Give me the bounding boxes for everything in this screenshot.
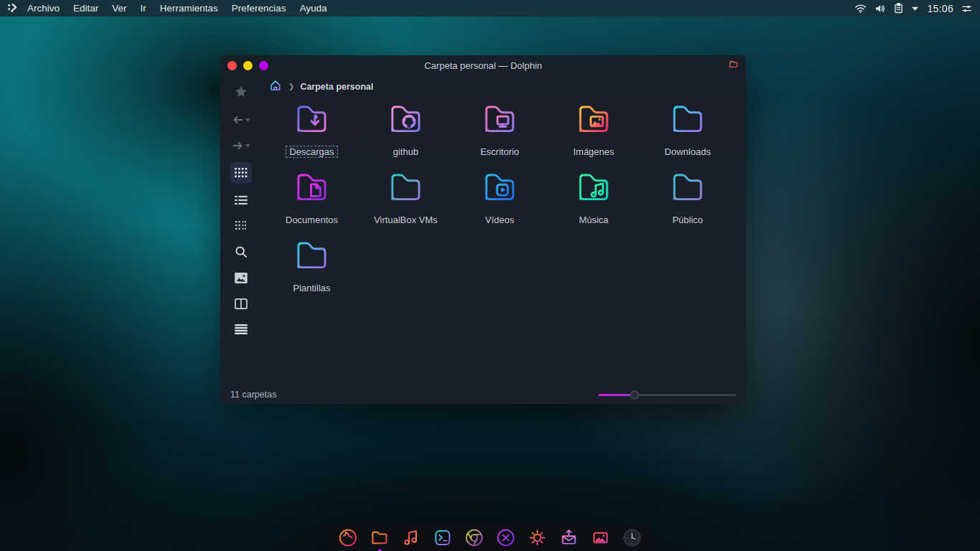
folder-icon bbox=[291, 169, 333, 213]
dock-photos-icon[interactable] bbox=[590, 527, 611, 548]
chevron-down-icon[interactable] bbox=[911, 6, 919, 11]
folder-label: Escritorio bbox=[476, 146, 522, 158]
folder-icon bbox=[667, 100, 709, 145]
window-title: Carpeta personal — Dolphin bbox=[220, 60, 746, 71]
folder-documentos[interactable]: Documentos bbox=[265, 169, 359, 237]
home-icon[interactable] bbox=[268, 78, 283, 95]
folder-icon bbox=[291, 100, 333, 145]
menu-editar[interactable]: Editar bbox=[73, 3, 98, 14]
wifi-icon[interactable] bbox=[854, 4, 867, 14]
folder-label: VirtualBox VMs bbox=[370, 214, 441, 226]
folder-escritorio[interactable]: Escritorio bbox=[453, 100, 547, 169]
folder-icon bbox=[573, 169, 615, 213]
split-view-icon[interactable] bbox=[230, 294, 252, 313]
dock bbox=[327, 524, 654, 551]
dock-firefox-icon[interactable] bbox=[338, 527, 359, 548]
dock-settings-icon[interactable] bbox=[527, 527, 548, 548]
window-folder-icon bbox=[728, 59, 739, 72]
global-menubar: ArchivoEditarVerIrHerramientasPreferenci… bbox=[0, 0, 980, 17]
folder-github[interactable]: github bbox=[359, 100, 453, 169]
titlebar[interactable]: Carpeta personal — Dolphin bbox=[220, 55, 746, 76]
back-button[interactable] bbox=[230, 110, 252, 129]
zoom-slider[interactable] bbox=[598, 390, 736, 400]
compact-view-button[interactable] bbox=[230, 217, 252, 235]
folder-downloads[interactable]: Downloads bbox=[641, 100, 735, 169]
details-view-button[interactable] bbox=[230, 191, 252, 209]
sliders-icon[interactable] bbox=[961, 4, 973, 14]
dock-file-manager-icon[interactable] bbox=[369, 527, 390, 548]
folder-label: Documentos bbox=[282, 214, 341, 226]
folder-m-sica[interactable]: Música bbox=[547, 169, 641, 237]
menu-herramientas[interactable]: Herramientas bbox=[160, 3, 218, 14]
close-button[interactable] bbox=[227, 61, 237, 70]
folder-label: Imágenes bbox=[570, 146, 618, 158]
dock-media-player-icon[interactable] bbox=[496, 527, 517, 548]
folder-icon bbox=[385, 169, 427, 213]
distro-logo-icon[interactable] bbox=[7, 2, 19, 15]
sidebar-toolbar bbox=[220, 76, 261, 385]
clock-text[interactable]: 15:06 bbox=[927, 3, 953, 14]
forward-button[interactable] bbox=[230, 136, 252, 155]
folder-label: Downloads bbox=[661, 146, 714, 158]
folder-icon bbox=[291, 237, 333, 281]
hamburger-menu-icon[interactable] bbox=[230, 320, 252, 339]
dolphin-window: Carpeta personal — Dolphin ❯ Carpeta per… bbox=[220, 55, 746, 404]
folder-label: Descargas bbox=[286, 146, 337, 158]
menu-preferencias[interactable]: Preferencias bbox=[232, 3, 286, 14]
search-icon[interactable] bbox=[230, 242, 252, 261]
breadcrumb-current[interactable]: Carpeta personal bbox=[300, 82, 373, 92]
menu-archivo[interactable]: Archivo bbox=[27, 3, 60, 14]
system-tray: 15:06 bbox=[854, 3, 973, 14]
favorites-star-icon[interactable] bbox=[230, 83, 252, 101]
breadcrumb: ❯ Carpeta personal bbox=[261, 76, 374, 97]
preview-icon[interactable] bbox=[230, 268, 252, 287]
folder-icon bbox=[479, 169, 521, 213]
folder-icon bbox=[667, 169, 709, 213]
dock-chromium-icon[interactable] bbox=[464, 527, 485, 548]
icons-view-button[interactable] bbox=[230, 162, 252, 184]
folder-label: Público bbox=[669, 214, 707, 226]
folder-icon bbox=[479, 100, 521, 145]
volume-icon[interactable] bbox=[875, 4, 886, 14]
folder-p-blico[interactable]: Público bbox=[641, 169, 735, 237]
menu-ir[interactable]: Ir bbox=[141, 3, 146, 14]
folder-descargas[interactable]: Descargas bbox=[265, 100, 359, 169]
breadcrumb-separator-icon: ❯ bbox=[288, 83, 294, 90]
folder-icon bbox=[385, 100, 427, 145]
folder-virtualbox-vms[interactable]: VirtualBox VMs bbox=[359, 169, 453, 237]
folder-label: github bbox=[390, 146, 422, 158]
clipboard-icon[interactable] bbox=[894, 3, 903, 14]
menubar-menus: ArchivoEditarVerIrHerramientasPreferenci… bbox=[27, 3, 327, 14]
status-text: 11 carpetas bbox=[230, 390, 276, 400]
folder-label: Música bbox=[575, 214, 612, 226]
minimize-button[interactable] bbox=[243, 61, 253, 70]
dock-clock-icon[interactable] bbox=[622, 527, 643, 548]
folder-label: Vídeos bbox=[481, 214, 517, 226]
dock-terminal-icon[interactable] bbox=[433, 527, 453, 548]
folder-v-deos[interactable]: Vídeos bbox=[453, 169, 547, 237]
folder-label: Plantillas bbox=[289, 282, 334, 294]
statusbar: 11 carpetas bbox=[220, 385, 746, 404]
dock-mail-icon[interactable] bbox=[559, 527, 580, 548]
folder-icon bbox=[573, 100, 615, 145]
menu-ayuda[interactable]: Ayuda bbox=[300, 3, 327, 14]
folder-im-genes[interactable]: Imágenes bbox=[547, 100, 641, 169]
zoom-slider-handle[interactable] bbox=[630, 390, 639, 400]
folder-grid: Descargas github Escritorio Imágenes bbox=[265, 100, 738, 305]
dock-music-player-icon[interactable] bbox=[401, 527, 422, 548]
maximize-button[interactable] bbox=[259, 61, 268, 70]
menu-ver[interactable]: Ver bbox=[112, 3, 126, 14]
folder-plantillas[interactable]: Plantillas bbox=[265, 237, 359, 305]
zoom-slider-fill bbox=[598, 394, 634, 396]
desktop: ArchivoEditarVerIrHerramientasPreferenci… bbox=[0, 0, 980, 551]
